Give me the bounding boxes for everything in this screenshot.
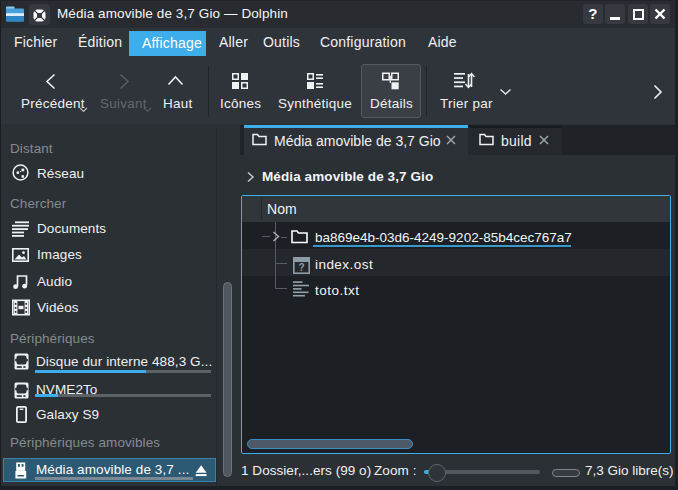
svg-text:?: ? [298,262,304,273]
